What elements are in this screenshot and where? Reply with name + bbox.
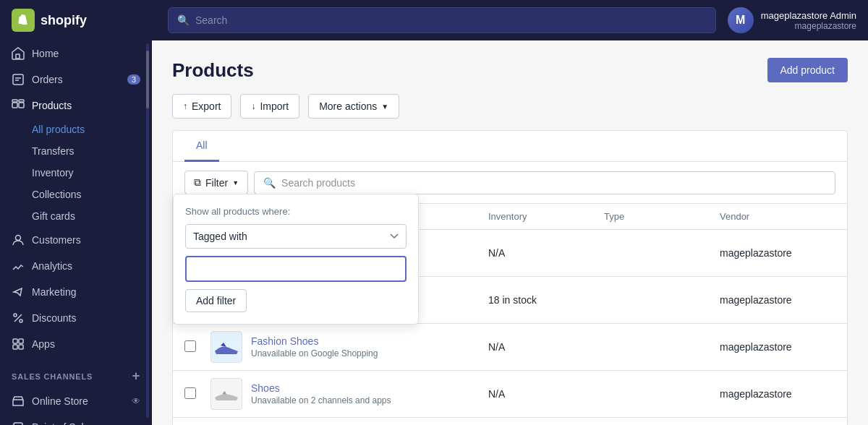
more-actions-label: More actions — [319, 100, 377, 112]
tab-all-label: All — [196, 139, 208, 151]
svg-point-6 — [16, 236, 21, 241]
product-search-input[interactable] — [281, 177, 826, 189]
sidebar-subitem-gift-cards-label: Gift cards — [32, 210, 75, 222]
add-filter-button[interactable]: Add filter — [185, 289, 247, 312]
sidebar-item-analytics[interactable]: Analytics — [0, 253, 152, 279]
tabs-bar: All — [172, 130, 848, 162]
shopify-logo-icon — [12, 9, 35, 32]
chevron-down-icon: ▼ — [381, 103, 388, 111]
filter-button[interactable]: ⧉ Filter ▼ — [184, 171, 248, 194]
table-row: Shoes Unavailable on 2 channels and apps… — [173, 371, 847, 418]
vendor-cell: mageplazastore — [720, 388, 835, 400]
import-label: Import — [260, 100, 289, 112]
svg-rect-4 — [12, 100, 17, 102]
sidebar-item-products-label: Products — [32, 100, 72, 111]
inventory-cell: 18 in stock — [488, 294, 604, 306]
sidebar-item-home[interactable]: Home — [0, 40, 152, 66]
sidebar-item-marketing[interactable]: Marketing — [0, 279, 152, 305]
profile-store: mageplazastore — [761, 21, 856, 31]
apps-icon — [12, 338, 25, 351]
product-subtitle: Unavailable on Google Shopping — [251, 348, 378, 359]
inventory-cell: N/A — [488, 388, 604, 400]
sales-channels-label: SALES CHANNELS — [12, 372, 93, 381]
orders-icon — [12, 73, 25, 86]
sidebar-subitem-transfers-label: Transfers — [32, 145, 75, 157]
row-checkbox[interactable] — [184, 387, 196, 399]
sidebar-subitem-transfers[interactable]: Transfers — [0, 140, 152, 162]
filter-dropdown: Show all products where: Tagged with Pro… — [173, 194, 419, 325]
eye-icon[interactable]: 👁 — [132, 396, 140, 406]
online-store-icon — [12, 395, 25, 408]
sidebar: Home Orders 3 Products All products Tran… — [0, 0, 152, 425]
type-col-header: Type — [604, 211, 720, 222]
table-row: Fashion Shoes Unavailable on Google Shop… — [173, 324, 847, 371]
product-cell: Shoes Unavailable on 2 channels and apps — [210, 378, 488, 410]
import-icon: ↓ — [251, 101, 255, 111]
vendor-cell: mageplazastore — [720, 341, 835, 353]
sidebar-subitem-all-products-label: All products — [32, 124, 85, 135]
product-info: Fashion Shoes Unavailable on Google Shop… — [251, 335, 378, 359]
product-thumbnail — [210, 331, 242, 363]
inventory-cell: N/A — [488, 247, 604, 259]
profile-name: mageplazastore Admin — [761, 10, 856, 21]
sidebar-item-point-of-sale[interactable]: Point of Sale — [0, 414, 152, 425]
sidebar-item-online-store[interactable]: Online Store 👁 — [0, 388, 152, 414]
vendor-cell: mageplazastore — [720, 294, 835, 306]
sidebar-item-apps-label: Apps — [32, 338, 55, 350]
search-bar[interactable]: 🔍 — [254, 171, 835, 194]
export-button[interactable]: ↑ Export — [172, 94, 231, 119]
sidebar-subitem-inventory-label: Inventory — [32, 167, 74, 179]
logo[interactable]: shopify — [12, 9, 156, 32]
product-name[interactable]: Fashion Shoes — [251, 335, 378, 347]
product-name[interactable]: Shoes — [251, 382, 391, 394]
sidebar-subitem-all-products[interactable]: All products — [0, 119, 152, 140]
row-checkbox[interactable] — [184, 340, 196, 352]
orders-badge: 3 — [127, 74, 140, 85]
svg-point-7 — [14, 314, 17, 317]
filter-dropdown-show-label: Show all products where: — [185, 206, 407, 217]
sidebar-subitem-inventory[interactable]: Inventory — [0, 162, 152, 184]
sidebar-subitem-collections[interactable]: Collections — [0, 184, 152, 205]
global-search[interactable]: 🔍 — [168, 7, 716, 33]
tab-all[interactable]: All — [184, 131, 219, 162]
sidebar-item-orders-label: Orders — [32, 74, 63, 85]
sidebar-item-orders[interactable]: Orders 3 — [0, 66, 152, 93]
svg-rect-12 — [19, 345, 23, 349]
svg-point-8 — [20, 319, 22, 322]
action-bar: ↑ Export ↓ Import More actions ▼ — [172, 94, 848, 119]
sidebar-item-apps[interactable]: Apps — [0, 331, 152, 357]
vendor-col-header: Vendor — [720, 211, 835, 222]
discounts-icon — [12, 312, 25, 325]
row-checkbox-cell — [184, 387, 210, 401]
filter-value-input[interactable]: wholesale — [185, 256, 407, 282]
sidebar-item-marketing-label: Marketing — [32, 286, 76, 298]
sidebar-item-discounts-label: Discounts — [32, 312, 76, 324]
filter-condition-select[interactable]: Tagged with Product type Vendor Status C… — [185, 224, 407, 249]
marketing-icon — [12, 286, 25, 299]
table-row: Unlimited - Short Sleeve T-shirt — [173, 418, 847, 425]
sidebar-subitem-gift-cards[interactable]: Gift cards — [0, 205, 152, 227]
svg-rect-2 — [12, 103, 17, 108]
main-content: Products Add product ↑ Export ↓ Import M… — [152, 0, 868, 425]
inventory-cell: N/A — [488, 341, 604, 353]
add-product-button[interactable]: Add product — [767, 58, 848, 82]
more-actions-button[interactable]: More actions ▼ — [308, 94, 399, 119]
sidebar-item-home-label: Home — [32, 48, 59, 59]
search-input[interactable] — [195, 14, 707, 26]
sidebar-item-products[interactable]: Products — [0, 93, 152, 119]
svg-rect-5 — [19, 100, 24, 102]
sidebar-item-customers[interactable]: Customers — [0, 227, 152, 253]
profile-info: mageplazastore Admin mageplazastore — [761, 10, 856, 31]
analytics-icon — [12, 259, 25, 272]
vendor-cell: mageplazastore — [720, 247, 835, 259]
product-info: Shoes Unavailable on 2 channels and apps — [251, 382, 391, 405]
product-thumbnail — [210, 378, 242, 410]
sidebar-item-discounts[interactable]: Discounts — [0, 305, 152, 331]
add-sales-channel-icon[interactable]: + — [132, 369, 140, 384]
sidebar-item-analytics-label: Analytics — [32, 260, 72, 272]
svg-rect-11 — [13, 345, 17, 349]
page-header: Products Add product — [172, 58, 848, 82]
svg-rect-1 — [13, 74, 23, 85]
profile-menu[interactable]: M mageplazastore Admin mageplazastore — [728, 7, 856, 33]
import-button[interactable]: ↓ Import — [240, 94, 299, 119]
